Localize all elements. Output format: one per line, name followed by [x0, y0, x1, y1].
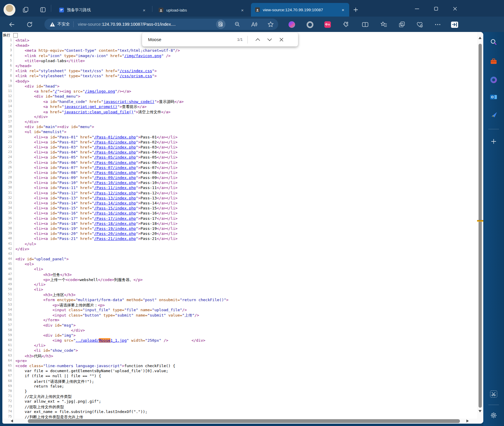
url-text[interactable]: view-source:124.70.99.199:10087/Pass-01/…: [78, 22, 176, 27]
translate-icon[interactable]: 中A: [324, 21, 331, 28]
microsoft-365-icon[interactable]: [490, 76, 497, 83]
source-link[interactable]: /Pass-04/index.php: [94, 150, 136, 154]
workspaces-icon[interactable]: [22, 7, 29, 13]
tab-study-route[interactable]: 预备学习路线 ×: [55, 4, 150, 17]
tab-close-icon[interactable]: ×: [239, 8, 246, 13]
source-link[interactable]: /css/index.css: [120, 69, 152, 73]
profile-avatar[interactable]: [4, 4, 15, 16]
split-screen-icon[interactable]: [362, 21, 369, 28]
ring-extension-icon[interactable]: [306, 21, 313, 28]
collections-icon[interactable]: [398, 21, 405, 28]
sidebar-add-icon[interactable]: [490, 138, 497, 145]
attribute-value: ": [136, 191, 138, 195]
source-link[interactable]: /Pass-08/index.php: [94, 170, 136, 175]
vertical-scroll-thumb[interactable]: [479, 44, 482, 408]
source-link[interactable]: /Pass-16/index.php: [94, 211, 136, 215]
extensions-puzzle-icon[interactable]: [342, 21, 349, 28]
browser-essentials-icon[interactable]: [416, 21, 423, 28]
horizontal-scroll-thumb[interactable]: [28, 419, 460, 423]
tab-close-icon[interactable]: ×: [340, 7, 346, 12]
tab-actions-icon[interactable]: [40, 7, 46, 13]
drop-paper-plane-icon[interactable]: [490, 111, 497, 118]
scroll-down-arrow[interactable]: [479, 410, 482, 412]
tab-upload-labs[interactable]: upload-labs ×: [154, 4, 248, 17]
scroll-left-arrow[interactable]: [11, 419, 13, 422]
scroll-right-arrow[interactable]: [466, 419, 469, 422]
tab-view-source-active[interactable]: view-source:124.70.99.199:10087 ×: [251, 3, 349, 17]
sidebar-toggle-icon[interactable]: [451, 21, 458, 28]
source-text: [133, 313, 136, 317]
scroll-up-arrow[interactable]: [479, 37, 482, 39]
source-link[interactable]: ../upload/: [76, 338, 99, 343]
source-link[interactable]: /Pass-07/index.php: [94, 165, 136, 170]
window-close-button[interactable]: [450, 5, 459, 12]
new-tab-button[interactable]: [353, 7, 359, 13]
address-bar[interactable]: 不安全 view-source:124.70.99.199:10087/Pass…: [44, 19, 278, 30]
navigation-toolbar: 不安全 view-source:124.70.99.199:10087/Pass…: [0, 17, 504, 32]
source-link[interactable]: /img/logo.png: [85, 89, 115, 93]
find-input[interactable]: Moose: [148, 37, 231, 42]
source-link[interactable]: /Pass-12/index.php: [94, 191, 136, 195]
source-link[interactable]: /Pass-03/index.php: [94, 145, 136, 149]
source-link[interactable]: /Pass-15/index.php: [94, 206, 136, 210]
attribute-value: ": [92, 216, 94, 221]
source-text: [69, 125, 71, 129]
source-link[interactable]: /Pass-02/index.php: [94, 140, 136, 144]
search-icon[interactable]: [490, 38, 497, 46]
tab-close-icon[interactable]: ×: [141, 8, 147, 13]
source-link[interactable]: /Pass-05/index.php: [94, 155, 136, 159]
toolbox-icon[interactable]: [490, 58, 497, 65]
read-aloud-icon[interactable]: [249, 20, 259, 29]
source-link[interactable]: /Pass-21/index.php: [94, 236, 136, 241]
vertical-scrollbar[interactable]: [477, 32, 483, 424]
source-link[interactable]: /: [55, 89, 57, 93]
html-tag: <li>: [34, 267, 43, 271]
refresh-button[interactable]: [26, 21, 33, 28]
html-tag: <h3>: [43, 293, 52, 297]
find-next-button[interactable]: [264, 34, 276, 45]
source-link[interactable]: javascript:show_code(): [103, 99, 154, 104]
more-options-icon[interactable]: [434, 21, 441, 28]
favorites-list-icon[interactable]: [380, 21, 387, 28]
settings-gear-icon[interactable]: [490, 412, 497, 419]
source-link[interactable]: javascript:get_prompt(): [64, 104, 117, 109]
source-link[interactable]: /Pass-18/index.php: [94, 221, 136, 226]
line-number: 31: [2, 191, 14, 196]
horizontal-scrollbar[interactable]: [2, 419, 477, 424]
line-wrap-checkbox[interactable]: [13, 33, 18, 38]
source-link[interactable]: javascript:clean_upload_file(): [64, 110, 133, 114]
favorite-star-icon[interactable]: [266, 20, 275, 29]
source-link[interactable]: /Pass-17/index.php: [94, 216, 136, 221]
find-previous-button[interactable]: [252, 34, 264, 45]
source-link[interactable]: /Pass-14/index.php: [94, 201, 136, 205]
source-text: Pass-07: [141, 165, 157, 170]
source-link[interactable]: /Pass-20/index.php: [94, 231, 136, 236]
security-label[interactable]: 不安全: [57, 22, 70, 27]
screenshot-snip-icon[interactable]: [490, 390, 497, 398]
find-close-button[interactable]: [276, 34, 287, 45]
source-link[interactable]: /Pass-01/index.php: [94, 135, 136, 139]
source-text: 代码: [34, 354, 42, 358]
html-tag: <meta: [25, 48, 36, 53]
source-link[interactable]: /Pass-11/index.php: [94, 185, 136, 190]
html-tag: <li><a: [34, 150, 48, 154]
find-match-highlight[interactable]: Moose: [99, 338, 110, 343]
source-link[interactable]: /img/favicon.png: [124, 54, 161, 58]
source-link[interactable]: /Pass-13/index.php: [94, 196, 136, 200]
source-text: [15, 354, 25, 358]
source-text: [78, 160, 80, 165]
find-on-page-icon[interactable]: [216, 20, 226, 29]
html-attribute: href=: [89, 99, 101, 104]
back-button[interactable]: [8, 21, 15, 28]
zoom-out-icon[interactable]: [233, 20, 242, 29]
source-link[interactable]: /Pass-19/index.php: [94, 226, 136, 231]
source-link[interactable]: 1_1.jpg: [110, 338, 127, 343]
source-link[interactable]: /css/prism.css: [120, 74, 152, 78]
source-link[interactable]: /Pass-09/index.php: [94, 175, 136, 180]
ai-brain-icon[interactable]: [288, 21, 295, 28]
window-minimize-button[interactable]: [413, 5, 421, 12]
source-link[interactable]: /Pass-06/index.php: [94, 160, 136, 165]
source-link[interactable]: /Pass-10/index.php: [94, 180, 136, 185]
outlook-icon[interactable]: O: [490, 93, 497, 101]
window-maximize-button[interactable]: [431, 5, 440, 12]
